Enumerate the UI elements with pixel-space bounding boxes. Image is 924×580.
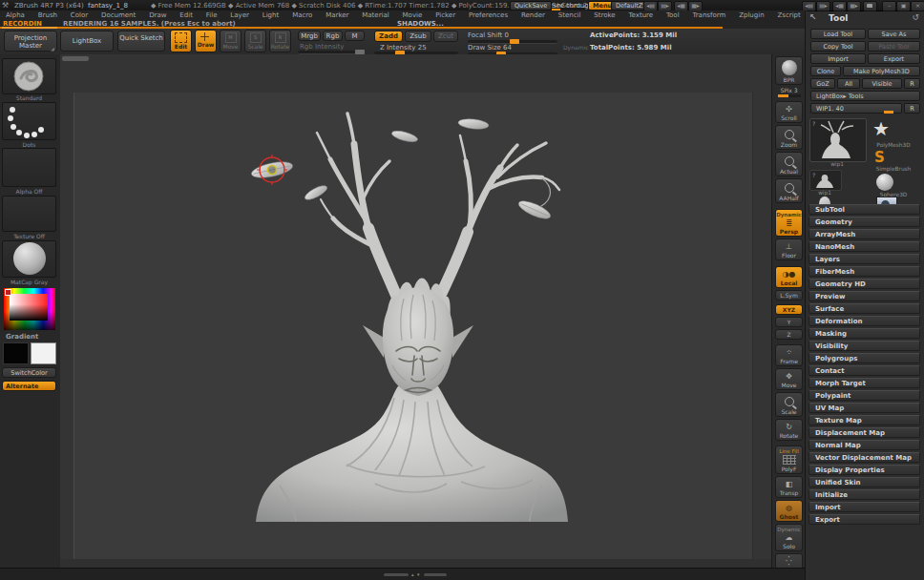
load-tool-button[interactable]: Load Tool <box>810 29 866 39</box>
goz-all-button[interactable]: All <box>837 78 860 89</box>
menu-item[interactable]: Light <box>262 11 279 19</box>
rotate-mode-button[interactable]: R Rotate <box>269 30 291 52</box>
switch-color-button[interactable]: SwitchColor <box>2 367 56 378</box>
document-canvas[interactable] <box>60 54 771 568</box>
tool-subpalette-header[interactable]: NanoMesh <box>808 241 920 252</box>
color-picker-gradient[interactable] <box>4 288 55 330</box>
scroll-up-icon[interactable]: ▴ <box>411 571 414 577</box>
menu-item[interactable]: Brush <box>38 11 57 19</box>
sphere3d-tool[interactable] <box>876 174 893 191</box>
dynamic-draw-size-toggle[interactable]: Dynamic <box>563 44 588 51</box>
tool-subpalette-header[interactable]: Morph Target <box>808 378 920 388</box>
tool-subpalette-header[interactable]: Polygroups <box>808 353 920 363</box>
menu-item[interactable]: Preferences <box>469 11 508 19</box>
menu-item[interactable]: Document <box>101 11 136 19</box>
menu-item[interactable]: Picker <box>435 11 455 19</box>
goz-visible-button[interactable]: Visible <box>862 78 902 89</box>
tool-subpalette-header[interactable]: Geometry <box>808 217 920 227</box>
bpr-render-button[interactable]: BPR <box>775 56 803 85</box>
color-picker-sv-square[interactable] <box>10 294 48 321</box>
wip1-small-thumbnail[interactable]: ? <box>809 170 842 191</box>
quicksave-button[interactable]: QuickSave <box>510 1 552 10</box>
tool-subpalette-header[interactable]: Layers <box>808 254 920 264</box>
tool-subpalette-header[interactable]: Export <box>808 514 920 525</box>
tool-subpalette-header[interactable]: Geometry HD <box>808 279 920 289</box>
solo-mode-button[interactable]: Dynamic ☁ Solo <box>775 524 803 551</box>
edit-mode-button[interactable]: Edit <box>170 30 192 52</box>
current-material-thumbnail[interactable] <box>2 240 56 278</box>
restore-button[interactable]: ▣ <box>896 1 911 11</box>
scale-mode-button[interactable]: S Scale <box>244 30 266 52</box>
current-tool-r-button[interactable]: R <box>904 103 920 114</box>
tool-subpalette-header[interactable]: Unified Skin <box>808 477 920 487</box>
zadd-button[interactable]: Zadd <box>374 31 403 42</box>
current-stroke-thumbnail[interactable] <box>2 102 56 140</box>
ghost-transparency-button[interactable]: ◍Ghost <box>775 500 803 522</box>
zcut-button[interactable]: Zcut <box>433 31 458 42</box>
menu-item[interactable]: Marker <box>326 11 348 19</box>
rotate-canvas-button[interactable]: ↻Rotate <box>775 419 803 441</box>
current-texture-thumbnail[interactable] <box>2 196 56 232</box>
tool-subpalette-header[interactable]: Preview <box>808 291 920 301</box>
save-as-button[interactable]: Save As <box>868 29 920 39</box>
menu-item[interactable]: Macro <box>292 11 312 19</box>
menu-item[interactable]: Layer <box>230 11 249 19</box>
spix-slider-label[interactable]: SPix 3 <box>772 87 806 93</box>
lock-icon[interactable] <box>863 1 877 11</box>
polyframe-button[interactable]: Line Fill PolyF <box>775 445 803 474</box>
spix-slider[interactable] <box>778 94 801 97</box>
make-polymesh3d-button[interactable]: Make PolyMesh3D <box>843 66 920 76</box>
clone-button[interactable]: Clone <box>810 66 841 76</box>
restore-config-icon[interactable]: ↺ <box>912 12 919 22</box>
close-button[interactable]: × <box>911 1 924 11</box>
tool-subpalette-header[interactable]: Texture Map <box>808 415 920 425</box>
active-tool-thumbnail[interactable]: ? <box>809 118 867 162</box>
palette-left-icon[interactable]: ◂▦ <box>832 1 847 11</box>
rotate-z-constraint-button[interactable]: Z <box>775 329 803 340</box>
lightbox-tools-button[interactable]: LightBox▸ Tools <box>810 91 920 101</box>
perspective-toggle-button[interactable]: Dynamic ≣ Persp <box>775 209 803 237</box>
canvas-corner-handle[interactable] <box>62 56 89 61</box>
menu-item[interactable]: Transform <box>692 11 725 19</box>
tool-subpalette-header[interactable]: Vector Displacement Map <box>808 452 920 463</box>
menu-item[interactable]: Texture <box>628 11 653 19</box>
polymesh3d-tool[interactable]: ★ <box>872 118 897 141</box>
tool-subpalette-header[interactable]: Display Properties <box>808 465 920 475</box>
h-scrollbar-right[interactable] <box>424 573 447 576</box>
drag-handle-icon[interactable]: ↖ <box>809 12 817 22</box>
zsub-button[interactable]: Zsub <box>405 31 431 42</box>
scale-canvas-button[interactable]: Scale <box>775 392 803 417</box>
lightbox-button[interactable]: LightBox <box>60 31 114 52</box>
tool-subpalette-header[interactable]: ArrayMesh <box>808 229 920 239</box>
menu-item[interactable]: Tool <box>666 11 680 19</box>
local-transform-button[interactable]: ◑● Local <box>775 266 803 288</box>
menu-item[interactable]: Draw <box>149 11 166 19</box>
tool-subpalette-header[interactable]: Masking <box>808 328 920 339</box>
rgb-button[interactable]: Rgb <box>323 31 343 41</box>
tool-palette-header[interactable]: ↖ Tool ↺ <box>806 11 924 26</box>
tool-subpalette-header[interactable]: SubTool <box>808 204 920 215</box>
menu-item[interactable]: Color <box>71 11 88 19</box>
copy-tool-button[interactable]: Copy Tool <box>810 41 866 52</box>
scroll-down-icon[interactable]: ▾ <box>417 571 420 577</box>
menu-item[interactable]: Zscript <box>778 11 801 19</box>
current-alpha-thumbnail[interactable] <box>2 148 56 187</box>
move-canvas-button[interactable]: ✥Move <box>775 368 803 390</box>
h-scrollbar-left[interactable] <box>384 573 409 576</box>
goz-r-button[interactable]: R <box>904 78 920 89</box>
alternate-color-button[interactable]: Alternate <box>2 381 56 391</box>
frame-mesh-button[interactable]: ⁘Frame <box>775 344 803 366</box>
secondary-color-swatch[interactable] <box>31 342 56 364</box>
tool-subpalette-header[interactable]: Import <box>808 502 920 512</box>
projection-master-button[interactable]: Projection Master <box>4 31 57 52</box>
scroll-canvas-button[interactable]: ✣Scroll <box>775 101 803 123</box>
tool-subpalette-header[interactable]: FiberMesh <box>808 266 920 277</box>
transparency-button[interactable]: ◧Transp <box>775 476 803 498</box>
tool-subpalette-header[interactable]: Displacement Map <box>808 427 920 438</box>
menu-item[interactable]: Edit <box>179 11 193 19</box>
tool-subpalette-header[interactable]: Visibility <box>808 341 920 351</box>
tool-subpalette-header[interactable]: Initialize <box>808 489 920 500</box>
menu-item[interactable]: Render <box>521 11 545 19</box>
local-symmetry-button[interactable]: L.Sym <box>775 290 803 300</box>
zoom-canvas-button[interactable]: Zoom <box>775 125 803 150</box>
